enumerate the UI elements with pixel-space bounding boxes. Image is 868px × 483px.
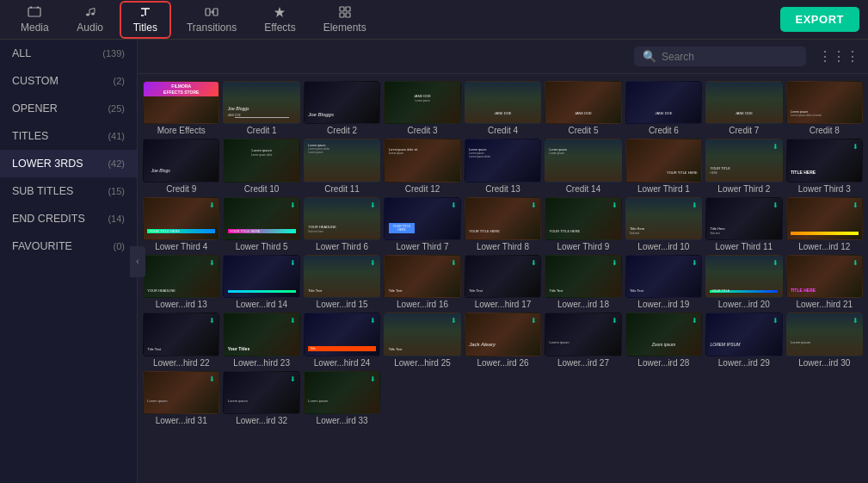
grid-label-credit4: Credit 4 xyxy=(465,126,541,135)
effects-icon xyxy=(274,6,286,20)
sidebar-item-subtitles[interactable]: SUB TITLES (15) xyxy=(0,177,137,205)
grid-item-lower16[interactable]: ⬇ Title Text Lower...ird 16 xyxy=(384,255,460,309)
export-button[interactable]: EXPORT xyxy=(780,7,859,32)
grid-item-lower12[interactable]: ⬇ Lower...ird 12 xyxy=(786,197,863,251)
nav-effects[interactable]: Effects xyxy=(252,3,307,37)
grid-item-lower26[interactable]: ⬇ Jack Aleary Lower...ird 26 xyxy=(465,313,541,367)
grid-label-lower33: Lower...ird 33 xyxy=(304,416,380,425)
grid-item-lower-third5[interactable]: ⬇ YOUR TITLE HERE Lower Third 5 xyxy=(223,197,299,251)
grid-item-lower13[interactable]: ⬇ YOUR HEADLINE Lower...ird 13 xyxy=(143,255,219,309)
grid-item-credit7[interactable]: JANE DOE Credit 7 xyxy=(705,81,782,135)
grid-item-credit13[interactable]: Lorem ipsumLorem ipsumLorem ipsum dolor … xyxy=(465,139,541,193)
grid-item-credit6[interactable]: JANE DOE Credit 6 xyxy=(625,81,702,135)
grid-label-credit10: Credit 10 xyxy=(223,184,299,194)
sidebar-label-custom: CUSTOM xyxy=(12,75,58,87)
grid-item-credit12[interactable]: Lorem ipsum dolor sitLorem ipsum Credit … xyxy=(384,139,460,193)
svg-point-4 xyxy=(91,12,95,15)
grid-item-lower10[interactable]: ⬇ Title HereSub text Lower...ird 10 xyxy=(625,197,702,251)
nav-titles[interactable]: Titles xyxy=(120,1,171,39)
svg-marker-10 xyxy=(274,7,285,17)
grid-item-credit1[interactable]: Joe Bloggs JANE DOE Credit 1 xyxy=(223,81,299,135)
grid-item-credit8[interactable]: Lorem ipsumLorem ipsum dolor sit amet Cr… xyxy=(786,81,863,135)
grid-item-lower-third7[interactable]: ⬇ YOUR TITLEHERE Lower Third 7 xyxy=(384,197,460,251)
grid-item-lower14[interactable]: ⬇ Lower...ird 14 xyxy=(223,255,299,309)
sidebar-label-lower3rds: LOWER 3RDS xyxy=(12,158,83,170)
grid-item-lower-third4[interactable]: ⬇ YOUR TITLE HERE Lower Third 4 xyxy=(143,197,219,251)
svg-rect-13 xyxy=(340,13,344,17)
grid-item-lower23[interactable]: ⬇ Your Titles Lower...hird 23 xyxy=(223,313,299,367)
grid-item-lower19[interactable]: ⬇ Title Text Lower...ird 19 xyxy=(625,255,702,309)
search-box[interactable]: 🔍 xyxy=(634,46,806,66)
grid-item-credit14[interactable]: Lorem ipsumLorem ipsum Credit 14 xyxy=(545,139,621,193)
grid-item-lower29[interactable]: ⬇ LOREM IPSUM Lower...ird 29 xyxy=(705,313,782,367)
grid-item-more-effects[interactable]: FILMORAEFFECTS STORE More Effects xyxy=(143,81,219,135)
grid-label-lower28: Lower...ird 28 xyxy=(625,358,702,368)
grid-item-credit4[interactable]: JANE DOE Credit 4 xyxy=(465,81,541,135)
grid-label-lower21: Lower...hird 21 xyxy=(786,300,863,309)
search-icon: 🔍 xyxy=(643,50,656,63)
grid-item-lower-third2[interactable]: ⬇ YOUR TITLE HERE Lower Third 2 xyxy=(705,139,782,193)
grid-item-lower31[interactable]: ⬇ Lorem ipsum Lower...ird 31 xyxy=(143,371,219,425)
sidebar-item-favourite[interactable]: FAVOURITE (0) xyxy=(0,232,137,260)
grid-container[interactable]: FILMORAEFFECTS STORE More Effects Joe Bl… xyxy=(138,74,868,483)
grid-item-lower-third3[interactable]: ⬇ TITLE HERE Lower Third 3 xyxy=(786,139,863,193)
grid-item-credit5[interactable]: JANE DOE Credit 5 xyxy=(545,81,621,135)
grid-item-lower25[interactable]: ⬇ Title Text Lower...hird 25 xyxy=(384,313,460,367)
grid-label-lower32: Lower...ird 32 xyxy=(223,416,299,425)
grid-label-lower31: Lower...ird 31 xyxy=(143,416,219,425)
grid-item-credit9[interactable]: Joe Blogs Credit 9 xyxy=(143,139,219,193)
grid-item-lower32[interactable]: ⬇ Lorem ipsum Lower...ird 32 xyxy=(223,371,299,425)
grid-item-lower15[interactable]: ⬇ Title Text Lower...ird 15 xyxy=(304,255,380,309)
grid-label-lower23: Lower...hird 23 xyxy=(223,358,299,368)
sidebar-item-lower3rds[interactable]: LOWER 3RDS (42) xyxy=(0,150,137,177)
grid-item-lower24[interactable]: ⬇ Title Lower...hird 24 xyxy=(304,313,380,367)
svg-rect-8 xyxy=(206,9,210,15)
grid-label-credit1: Credit 1 xyxy=(223,126,299,135)
grid-item-credit11[interactable]: Lorem ipsumLorem ipsum dolorLorem ipsum … xyxy=(304,139,380,193)
search-input[interactable] xyxy=(662,51,797,63)
grid-item-lower-third8[interactable]: ⬇ YOUR TITLE HERE Lower Third 8 xyxy=(465,197,541,251)
grid-item-credit2[interactable]: Joe Bloggs Credit 2 xyxy=(304,81,380,135)
svg-rect-0 xyxy=(28,8,40,16)
grid-label-lower22: Lower...hird 22 xyxy=(143,358,219,368)
sidebar-item-custom[interactable]: CUSTOM (2) xyxy=(0,67,137,95)
titles-label: Titles xyxy=(133,22,157,34)
nav-audio[interactable]: Audio xyxy=(65,3,116,37)
sidebar-item-titles[interactable]: TITLES (41) xyxy=(0,122,137,150)
grid-label-credit8: Credit 8 xyxy=(786,126,863,135)
nav-elements[interactable]: Elements xyxy=(311,3,379,37)
grid-item-lower27[interactable]: ⬇ Lorem ipsum Lower...ird 27 xyxy=(545,313,621,367)
sidebar-item-all[interactable]: ALL (139) xyxy=(0,40,137,67)
sidebar-item-endcredits[interactable]: END CREDITS (14) xyxy=(0,205,137,232)
nav-media[interactable]: Media xyxy=(9,3,61,37)
grid-item-lower20[interactable]: ⬇ YOUR TITLE Lower...ird 20 xyxy=(705,255,782,309)
grid-item-lower-third1[interactable]: YOUR TITLE HERE Lower Third 1 xyxy=(625,139,702,193)
grid-view-icon[interactable]: ⋮⋮⋮ xyxy=(818,48,859,65)
grid-item-credit10[interactable]: Lorem ipsumLorem ipsum dolor Credit 10 xyxy=(223,139,299,193)
grid-item-lower18[interactable]: ⬇ Title Text Lower...ird 18 xyxy=(545,255,621,309)
content-area: 🔍 ⋮⋮⋮ FILMORAEFFECTS STORE More Effects xyxy=(138,40,868,483)
grid-item-lower21[interactable]: ⬇ TITLE HERE Lower...hird 21 xyxy=(786,255,863,309)
grid-label-lower24: Lower...hird 24 xyxy=(304,358,380,368)
grid-item-lower11[interactable]: ⬇ Title HereSub text Lower Third 11 xyxy=(705,197,782,251)
titles-icon xyxy=(139,6,151,20)
nav-transitions[interactable]: Transitions xyxy=(175,3,249,37)
grid-item-lower33[interactable]: ⬇ Lorem ipsum Lower...ird 33 xyxy=(304,371,380,425)
sidebar-collapse-button[interactable]: ‹ xyxy=(130,246,145,277)
grid-item-lower22[interactable]: ⬇ Title Text Lower...hird 22 xyxy=(143,313,219,367)
grid-label-lower14: Lower...ird 14 xyxy=(223,300,299,309)
sidebar-item-opener[interactable]: OPENER (25) xyxy=(0,95,137,122)
grid-item-credit3[interactable]: JANE DOELorem ipsum Credit 3 xyxy=(384,81,460,135)
grid-item-lower-third9[interactable]: ⬇ YOUR TITLE HERE Lower Third 9 xyxy=(545,197,621,251)
grid-label-credit9: Credit 9 xyxy=(143,184,219,194)
grid-item-lower17[interactable]: ⬇ Title Text Lower...hird 17 xyxy=(465,255,541,309)
grid-item-lower-third6[interactable]: ⬇ YOUR HEADLINESub text here Lower Third… xyxy=(304,197,380,251)
grid-label-lower12: Lower...ird 12 xyxy=(786,242,863,251)
svg-rect-2 xyxy=(37,6,39,8)
sidebar-count-custom: (2) xyxy=(114,76,125,86)
grid-item-lower30[interactable]: ⬇ Lorem ipsum Lower...ird 30 xyxy=(786,313,863,367)
sidebar-label-all: ALL xyxy=(12,47,31,59)
sidebar-count-titles: (41) xyxy=(108,131,125,141)
grid-item-lower28[interactable]: ⬇ Zoom ipsum Lower...ird 28 xyxy=(625,313,702,367)
grid-label-lower26: Lower...ird 26 xyxy=(465,358,541,368)
